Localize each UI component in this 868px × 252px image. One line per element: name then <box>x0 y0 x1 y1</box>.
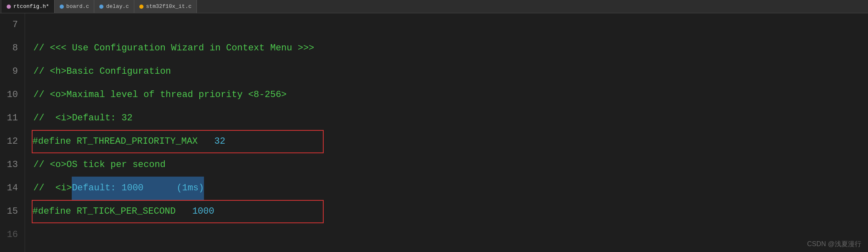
line14-selected: Default: 1000 (1ms) <box>72 177 204 200</box>
line-num-10: 10 <box>3 83 18 107</box>
code-line-7 <box>33 13 868 37</box>
line13-comment: // <o>OS tick per second <box>33 153 166 177</box>
code-line-15: #define RT_TICK_PER_SECOND 1000 <box>32 200 324 223</box>
tab-bar: rtconfig.h* board.c delay.c stm32f10x_it… <box>0 0 868 13</box>
tab-delay[interactable]: delay.c <box>94 0 134 13</box>
line-numbers: 7 8 9 10 11 12 13 14 15 16 <box>0 13 25 252</box>
code-line-10: // <o>Maximal level of thread priority <… <box>33 83 868 107</box>
line16-content <box>33 223 39 247</box>
line11-comment: // <i>Default: 32 <box>33 107 133 130</box>
watermark: CSDN @浅夏漫行 <box>807 240 861 249</box>
tab-icon-delay <box>99 5 103 9</box>
line-num-7: 7 <box>3 13 18 37</box>
tab-icon-stm32 <box>139 5 143 9</box>
line9-comment: // <h>Basic Configuration <box>33 60 171 83</box>
tab-icon-board <box>60 5 64 9</box>
line12-macro: RT_THREAD_PRIORITY_MAX <box>77 130 214 153</box>
line-num-13: 13 <box>3 153 18 177</box>
line-num-12: 12 <box>3 130 18 153</box>
editor-container: rtconfig.h* board.c delay.c stm32f10x_it… <box>0 0 868 252</box>
line15-macro: RT_TICK_PER_SECOND <box>77 200 192 223</box>
code-content: // <<< Use Configuration Wizard in Conte… <box>25 13 868 252</box>
line15-define: #define <box>33 200 77 223</box>
line8-comment: // <<< Use Configuration Wizard in Conte… <box>33 37 314 60</box>
tab-label-rtconfig: rtconfig.h* <box>13 3 49 10</box>
tab-stm32[interactable]: stm32f10x_it.c <box>134 0 197 13</box>
code-line-8: // <<< Use Configuration Wizard in Conte… <box>33 37 868 60</box>
tab-rtconfig[interactable]: rtconfig.h* <box>2 0 55 13</box>
line12-value: 32 <box>214 130 225 153</box>
tab-label-board: board.c <box>66 3 89 10</box>
code-line-12: #define RT_THREAD_PRIORITY_MAX 32 <box>32 130 324 153</box>
line12-define: #define <box>33 130 77 153</box>
code-line-9: // <h>Basic Configuration <box>33 60 868 83</box>
line7-content <box>33 13 39 37</box>
code-line-14: // <i>Default: 1000 (1ms) <box>33 177 868 200</box>
line10-comment: // <o>Maximal level of thread priority <… <box>33 83 287 107</box>
tab-board[interactable]: board.c <box>55 0 95 13</box>
line-num-16: 16 <box>3 223 18 247</box>
tab-label-stm32: stm32f10x_it.c <box>146 3 191 10</box>
code-line-11: // <i>Default: 32 <box>33 107 868 130</box>
code-area: 7 8 9 10 11 12 13 14 15 16 // <<< Use Co… <box>0 13 868 252</box>
tab-label-delay: delay.c <box>106 3 129 10</box>
line-num-11: 11 <box>3 107 18 130</box>
line15-value: 1000 <box>192 200 214 223</box>
line-num-14: 14 <box>3 177 18 200</box>
line-num-9: 9 <box>3 60 18 83</box>
tab-icon-rtconfig <box>7 5 11 9</box>
line-num-8: 8 <box>3 37 18 60</box>
code-line-13: // <o>OS tick per second <box>33 153 868 177</box>
code-line-16 <box>33 223 868 247</box>
line-num-15: 15 <box>3 200 18 223</box>
line14-prefix: // <i> <box>33 177 72 200</box>
